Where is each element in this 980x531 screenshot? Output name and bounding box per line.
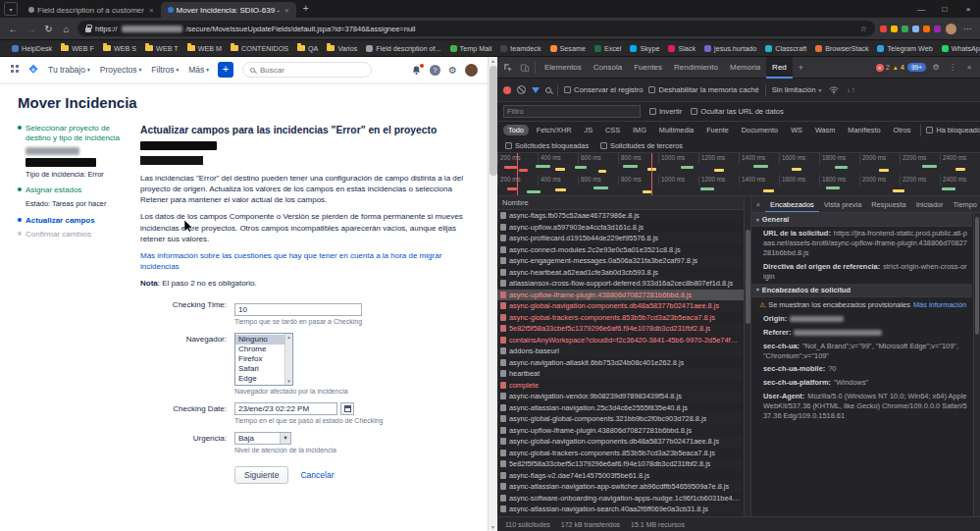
favorite-star-icon[interactable]: ☆: [860, 25, 867, 33]
extension-icon[interactable]: [923, 26, 930, 32]
network-request-row[interactable]: async-atlassian-navigation-app-switcher.…: [497, 481, 744, 493]
devtools-menu-icon[interactable]: ⋮: [946, 63, 959, 72]
user-avatar[interactable]: [465, 64, 478, 77]
record-button[interactable]: [503, 86, 511, 94]
filter-chip-otros[interactable]: Otros: [889, 125, 916, 135]
jira-logo[interactable]: [27, 64, 39, 76]
extension-icon[interactable]: [880, 26, 887, 32]
nav-menu-tu-trabajo[interactable]: Tu trabajo▾: [48, 65, 90, 75]
nav-menu-filtros[interactable]: Filtros▾: [151, 65, 179, 75]
bookmark-web-f[interactable]: WEB F: [57, 44, 98, 53]
back-button[interactable]: ←: [7, 24, 20, 34]
network-request-row[interactable]: async-upflow-iframe-plugin.438806d708272…: [497, 290, 744, 301]
step-select-project[interactable]: Seleccionar proyecto de destino y tipo d…: [18, 124, 128, 143]
error-count-badge[interactable]: ×2: [876, 63, 890, 72]
details-tab-tiempo[interactable]: Tiempo: [949, 196, 980, 213]
warning-count-badge[interactable]: ▲4: [893, 63, 904, 72]
close-window-button[interactable]: ×: [956, 2, 980, 18]
bookmark-whatsapp[interactable]: WhatsApp: [938, 44, 980, 53]
network-request-row[interactable]: async-navigation-atlaskit.6bb753d24b08c4…: [497, 357, 744, 369]
clear-icon[interactable]: [517, 85, 526, 94]
create-issue-button[interactable]: +: [218, 62, 233, 78]
devtools-tab-memoria[interactable]: Memoria: [724, 57, 766, 79]
home-button[interactable]: ⌂: [60, 24, 73, 34]
third-party-requests-checkbox[interactable]: Solicitudes de terceros: [600, 141, 683, 150]
bookmark-jesus-hurtado[interactable]: jesus.hurtado: [700, 44, 760, 53]
bookmark-temp-mail[interactable]: Temp Mail: [446, 44, 496, 53]
scrollbar-thumb[interactable]: [975, 217, 979, 335]
scrollbar-thumb[interactable]: [490, 66, 497, 176]
more-tools-button[interactable]: +: [796, 63, 806, 73]
notifications-icon[interactable]: [411, 65, 422, 76]
devtools-settings-icon[interactable]: ⚙: [929, 63, 943, 72]
network-request-row[interactable]: async-profilecard.d1915b44de229ef95576.8…: [497, 233, 744, 244]
bookmark-sesame[interactable]: Sesame: [546, 44, 590, 53]
scroll-down-icon[interactable]: ▼: [286, 379, 290, 384]
page-scrollbar[interactable]: ▲ ▼: [488, 57, 497, 531]
extension-icon[interactable]: [902, 26, 908, 32]
bookmark-web-m[interactable]: WEB M: [183, 44, 226, 53]
urgencia-select[interactable]: Baja ▼: [234, 432, 291, 445]
bookmark-excel[interactable]: Excel: [591, 44, 626, 53]
scroll-up-icon[interactable]: ▲: [286, 335, 290, 340]
more-info-link[interactable]: Más información: [913, 300, 966, 310]
filter-chip-ws[interactable]: WS: [786, 125, 807, 135]
network-request-row[interactable]: async-global-trackers-components.853b5b7…: [497, 448, 744, 459]
extension-icon[interactable]: [891, 26, 898, 32]
network-request-row[interactable]: async-global-navigation-components.db48a…: [497, 436, 744, 448]
details-tab-encabezados[interactable]: Encabezados: [765, 196, 819, 213]
scrollbar-thumb[interactable]: [746, 230, 750, 324]
hide-data-urls-checkbox[interactable]: Ocultar las URL de datos: [691, 107, 784, 116]
request-headers-section-header[interactable]: ▾Encabezados de solicitud: [751, 284, 972, 297]
listbox-option-edge[interactable]: Edge: [235, 374, 284, 384]
details-tab-respuesta[interactable]: Respuesta: [866, 196, 910, 213]
network-request-row[interactable]: atlassiansox-cross-flow-support-deferred…: [497, 278, 744, 290]
more-info-link[interactable]: Más información sobre las cuestiones que…: [140, 250, 464, 272]
devtools-close-icon[interactable]: ×: [962, 63, 976, 72]
bookmark-helpdesk[interactable]: HelpDesk: [8, 44, 56, 53]
calendar-picker-button[interactable]: [340, 402, 354, 415]
filter-chip-img[interactable]: IMG: [628, 125, 651, 135]
refresh-button[interactable]: ↻: [42, 24, 55, 34]
network-request-row[interactable]: async-atlassian-navigation-search.40aa2f…: [497, 504, 744, 515]
network-request-row[interactable]: async-flags.fb075c52aae46737986e.8.js: [497, 210, 744, 222]
devtools-tab-consola[interactable]: Consola: [588, 57, 628, 79]
checking-time-input[interactable]: [234, 303, 362, 316]
network-request-row[interactable]: async-global-global-components.321bb9bc2…: [497, 413, 744, 425]
request-list-scrollbar[interactable]: [745, 196, 751, 516]
bookmark-web-t[interactable]: WEB T: [141, 44, 182, 53]
filter-chip-wasm[interactable]: Wasm: [810, 125, 840, 135]
filter-chip-css[interactable]: CSS: [600, 125, 625, 135]
bookmark-qa[interactable]: QA: [293, 44, 322, 53]
network-request-row[interactable]: async-software-onboarding-navigation-app…: [497, 493, 744, 504]
details-scrollbar[interactable]: [973, 213, 980, 516]
network-request-row[interactable]: async-upflow-iframe-plugin.438806d708272…: [497, 425, 744, 437]
bookmark-contenidos[interactable]: CONTENIDOS: [227, 44, 292, 53]
settings-gear-icon[interactable]: ⚙: [448, 65, 457, 76]
network-request-row[interactable]: async-global-trackers-components.853b5b7…: [497, 312, 744, 324]
preserve-log-checkbox[interactable]: Conservar el registro: [564, 85, 643, 94]
blocked-cookies-checkbox[interactable]: Ha bloqueado las cookies: [926, 126, 980, 134]
bookmark-classcraft[interactable]: Classcraft: [761, 44, 810, 53]
tab-close-icon[interactable]: ×: [147, 6, 154, 15]
device-toolbar-icon[interactable]: [518, 63, 532, 73]
disable-cache-checkbox[interactable]: Deshabilitar la memoria caché: [648, 85, 758, 94]
browser-tab[interactable]: Field description of a customer×: [22, 2, 161, 18]
listbox-option-chrome[interactable]: Chrome: [235, 345, 284, 354]
network-request-row[interactable]: async-global-navigation-components.db48a…: [497, 300, 744, 312]
filter-chip-manifiesto[interactable]: Manifiesto: [843, 125, 885, 135]
forward-button[interactable]: →: [25, 24, 37, 34]
bookmark-varios[interactable]: Varios: [323, 44, 361, 53]
inspect-element-icon[interactable]: [501, 63, 515, 73]
address-bar[interactable]: https:// /secure/MoveIssueUpdateFields!d…: [77, 21, 875, 36]
filter-icon[interactable]: [532, 87, 540, 93]
bookmark-slack[interactable]: Slack: [664, 44, 699, 53]
network-request-row[interactable]: addons-baseurl: [497, 345, 744, 357]
step-assign-status[interactable]: Asignar estados: [18, 186, 128, 195]
search-box[interactable]: [242, 62, 372, 78]
search-input[interactable]: [260, 66, 358, 75]
listbox-option-safari[interactable]: Safari: [235, 364, 284, 374]
network-request-row[interactable]: async-navigation-vendor.9b08239d97898343…: [497, 391, 744, 402]
bookmark-field-description-of[interactable]: Field description of...: [362, 44, 444, 53]
issues-badge[interactable]: 99+: [907, 63, 926, 72]
